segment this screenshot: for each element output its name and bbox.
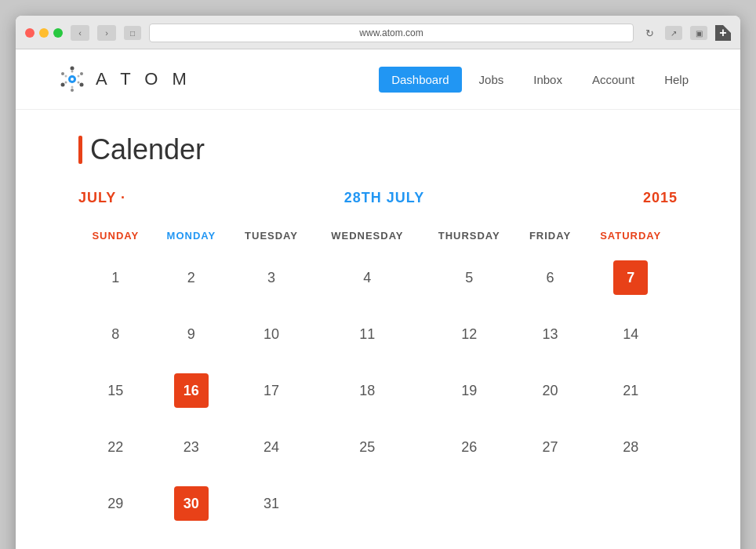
calendar-day-cell[interactable]: 21: [583, 362, 678, 419]
svg-point-12: [65, 82, 67, 84]
day-number[interactable]: 31: [254, 486, 289, 521]
calendar-day-cell[interactable]: 26: [422, 419, 517, 475]
window-mode-button[interactable]: □: [124, 26, 141, 40]
title-accent: [78, 136, 82, 164]
calendar-day-cell[interactable]: 27: [517, 419, 584, 475]
page-title: Calender: [90, 133, 205, 166]
day-number[interactable]: 20: [533, 373, 568, 408]
back-button[interactable]: ‹: [71, 25, 89, 41]
day-number[interactable]: 1: [98, 260, 133, 295]
forward-button[interactable]: ›: [97, 25, 116, 41]
calendar-week-row: 15161718192021: [78, 362, 678, 419]
calendar-day-cell[interactable]: 25: [313, 419, 422, 475]
day-number[interactable]: 26: [452, 430, 486, 464]
day-number[interactable]: 12: [452, 317, 486, 351]
new-tab-button[interactable]: +: [715, 25, 731, 41]
day-number[interactable]: 23: [174, 430, 209, 464]
day-number[interactable]: 29: [98, 486, 133, 521]
nav-dashboard[interactable]: Dashboard: [379, 67, 461, 93]
calendar-day-cell: [517, 475, 584, 532]
calendar-day-cell[interactable]: 2: [153, 249, 231, 306]
calendar-day-cell: [422, 475, 517, 532]
calendar-day-cell[interactable]: 5: [422, 249, 517, 306]
calendar-day-cell[interactable]: 7: [583, 249, 678, 306]
day-number[interactable]: 6: [533, 260, 568, 295]
reload-button[interactable]: ↻: [642, 25, 657, 41]
svg-point-11: [71, 86, 74, 89]
calendar-day-cell[interactable]: 3: [230, 249, 313, 306]
day-number[interactable]: 15: [98, 373, 133, 408]
calendar-day-cell[interactable]: 13: [517, 306, 584, 362]
day-number[interactable]: 19: [452, 373, 486, 408]
day-number[interactable]: 21: [613, 373, 648, 408]
calendar-day-cell[interactable]: 15: [78, 362, 153, 419]
col-friday: FRIDAY: [517, 222, 584, 249]
day-number[interactable]: 16: [174, 373, 209, 408]
minimize-button[interactable]: [39, 28, 49, 38]
day-number[interactable]: 24: [254, 430, 289, 464]
calendar-day-cell[interactable]: 14: [583, 306, 678, 362]
atom-logo-icon: [55, 62, 89, 96]
calendar-day-cell[interactable]: 30: [153, 475, 231, 532]
calendar-day-cell[interactable]: 28: [583, 419, 678, 475]
calendar-week-row: 22232425262728: [78, 419, 678, 475]
maximize-button[interactable]: [53, 28, 63, 38]
page-content: A T O M Dashboard Jobs Inbox Account Hel…: [16, 49, 740, 549]
close-button[interactable]: [25, 28, 35, 38]
svg-point-9: [78, 75, 80, 78]
day-number[interactable]: 3: [254, 260, 289, 295]
calendar-day-cell[interactable]: 9: [153, 306, 231, 362]
day-number[interactable]: 22: [98, 430, 133, 464]
calendar-day-cell[interactable]: 22: [78, 419, 153, 475]
day-number[interactable]: 11: [350, 317, 384, 351]
calendar-month: JULY ·: [78, 190, 125, 206]
calendar-day-cell[interactable]: 16: [153, 362, 231, 419]
day-number[interactable]: 18: [350, 373, 384, 408]
day-number[interactable]: 13: [533, 317, 568, 351]
calendar-week-row: 293031: [78, 475, 678, 532]
nav-inbox[interactable]: Inbox: [521, 67, 575, 93]
address-bar[interactable]: www.atom.com: [149, 24, 634, 42]
day-number[interactable]: 27: [533, 430, 568, 464]
svg-point-3: [80, 72, 83, 75]
nav-help[interactable]: Help: [652, 67, 701, 93]
svg-point-7: [61, 72, 64, 75]
calendar-day-cell[interactable]: 4: [313, 249, 422, 306]
share-button[interactable]: ↗: [665, 26, 682, 40]
calendar-center-date: 28TH JULY: [125, 190, 643, 206]
calendar-day-cell[interactable]: 31: [230, 475, 313, 532]
day-number[interactable]: 17: [254, 373, 289, 408]
nav-jobs[interactable]: Jobs: [467, 67, 517, 93]
calendar-day-cell[interactable]: 10: [230, 306, 313, 362]
day-number[interactable]: 30: [174, 486, 209, 521]
svg-point-6: [61, 83, 65, 87]
day-number[interactable]: 9: [174, 317, 209, 351]
calendar-day-cell[interactable]: 23: [153, 419, 231, 475]
calendar-day-cell[interactable]: 1: [78, 249, 153, 306]
traffic-lights: [25, 28, 63, 38]
calendar-day-cell[interactable]: 17: [230, 362, 313, 419]
col-wednesday: WEDNESDAY: [313, 222, 422, 249]
day-number[interactable]: 28: [613, 430, 648, 464]
day-number[interactable]: 10: [254, 317, 289, 351]
calendar-day-cell[interactable]: 19: [422, 362, 517, 419]
calendar-day-cell[interactable]: 24: [230, 419, 313, 475]
nav-account[interactable]: Account: [580, 67, 647, 93]
calendar-day-cell[interactable]: 29: [78, 475, 153, 532]
calendar-day-cell[interactable]: 11: [313, 306, 422, 362]
day-number[interactable]: 5: [452, 260, 486, 295]
day-number[interactable]: 8: [98, 317, 133, 351]
calendar-day-cell[interactable]: 20: [517, 362, 584, 419]
day-number[interactable]: 14: [613, 317, 648, 351]
day-number[interactable]: 2: [174, 260, 209, 295]
fullscreen-button[interactable]: ▣: [690, 26, 707, 40]
calendar-day-cell[interactable]: 8: [78, 306, 153, 362]
calendar-day-cell[interactable]: 12: [422, 306, 517, 362]
day-number[interactable]: 4: [350, 260, 384, 295]
calendar-day-cell[interactable]: 6: [517, 249, 584, 306]
calendar-day-cell[interactable]: 18: [313, 362, 422, 419]
col-saturday: SATURDAY: [583, 222, 678, 249]
day-number[interactable]: 25: [350, 430, 384, 464]
day-number[interactable]: 7: [613, 260, 648, 295]
browser-window: ‹ › □ www.atom.com ↻ ↗ ▣ +: [16, 16, 740, 549]
